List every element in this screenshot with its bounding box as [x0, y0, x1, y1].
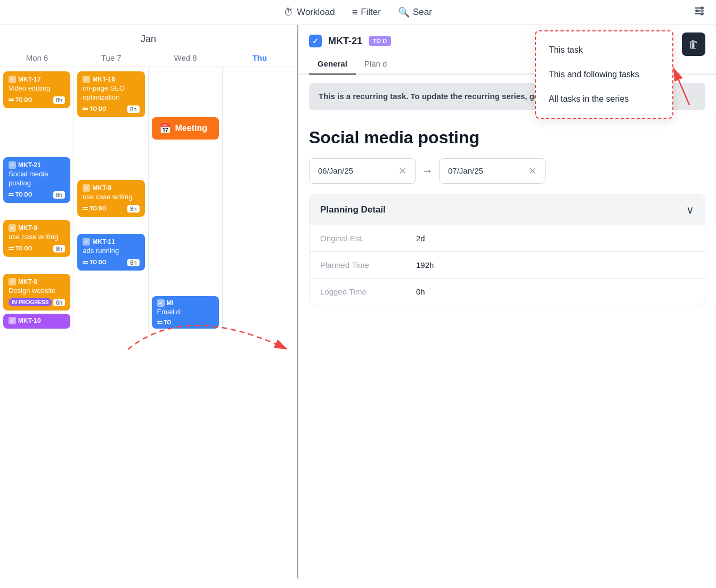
task-hours-mkt11: 8h [127, 259, 139, 266]
popup-item-following[interactable]: This and following tasks [536, 62, 672, 87]
trash-icon: 🗑 [688, 38, 699, 51]
task-check-mkt8 [9, 278, 16, 285]
toolbar: ⏱ Workload ≡ Filter 🔍 Sear [0, 0, 716, 25]
task-status: TO DO [9, 97, 32, 103]
start-date-input[interactable]: 06/Jan/25 ✕ [309, 158, 416, 184]
month-header: Jan [0, 25, 297, 49]
planning-label-logged-time: Logged Time [320, 287, 416, 296]
row-spacer-tue [77, 120, 144, 163]
end-date-value: 07/Jan/25 [448, 166, 483, 175]
task-hours-mkt9: 8h [53, 245, 65, 252]
planning-row-planned-time: Planned Time 192h [310, 251, 705, 278]
chevron-down-icon: ∨ [686, 203, 694, 216]
calendar-panel: Jan Mon 6 Tue 7 Wed 8 Thu MKT-17 Video e… [0, 25, 298, 578]
task-title-email: Email d [157, 308, 214, 317]
task-check-email [157, 299, 165, 307]
task-hours-mkt9-tue: 8h [127, 205, 139, 213]
col-tue: MKT-16 on-page SEO optimization TO DO 8h [74, 67, 148, 333]
clear-end-date[interactable]: ✕ [528, 165, 536, 177]
task-card-email[interactable]: MI Email d TO [152, 296, 219, 329]
main-layout: Jan Mon 6 Tue 7 Wed 8 Thu MKT-17 Video e… [0, 25, 716, 578]
task-footer-mkt11: TO DO 8h [83, 259, 139, 266]
search-button[interactable]: 🔍 Sear [398, 6, 432, 18]
workload-label: Workload [297, 7, 335, 18]
planning-label-planned-time: Planned Time [320, 260, 416, 270]
task-main-title: Social media posting [298, 119, 716, 158]
planning-row-logged-time: Logged Time 0h [310, 278, 705, 305]
planning-row-orig-est: Original Est. 2d [310, 225, 705, 251]
task-check-icon [9, 76, 16, 83]
planning-value-logged-time: 0h [416, 287, 425, 296]
settings-button[interactable] [694, 5, 705, 20]
search-icon: 🔍 [398, 6, 410, 18]
search-label: Sear [413, 7, 432, 18]
task-status-email: TO [157, 320, 172, 325]
col-mon: MKT-17 Video editting TO DO 8h [0, 67, 74, 333]
task-hours-mkt8: 6h [53, 299, 65, 306]
task-title-mkt11: ads running [83, 247, 139, 256]
task-card-mkt17[interactable]: MKT-17 Video editting TO DO 8h [3, 71, 70, 108]
task-card-mkt9-mon[interactable]: MKT-9 use case writing TO DO 8h [3, 220, 70, 257]
planning-detail: Planning Detail ∨ Original Est. 2d Plann… [309, 194, 705, 305]
task-footer-mkt8: IN PROGRESS 6h [9, 298, 65, 306]
task-card-mkt21[interactable]: MKT-21 Social media posting TO DO 8h [3, 157, 70, 203]
task-card-mkt8[interactable]: MKT-8 Design website IN PROGRESS 6h [3, 274, 70, 311]
popup-item-all[interactable]: All tasks in the series [536, 87, 672, 111]
tab-general[interactable]: General [309, 54, 356, 75]
task-card-mkt11[interactable]: MKT-11 ads running TO DO 8h [77, 234, 144, 271]
task-status-mkt9-tue: TO DO [83, 206, 106, 211]
filter-button[interactable]: ≡ Filter [352, 7, 381, 18]
lines-icon [83, 261, 88, 264]
calendar-icon: 📅 [159, 123, 171, 134]
delete-button[interactable]: 🗑 [682, 32, 705, 56]
task-check-mkt10 [9, 317, 16, 324]
task-hours-mkt21: 8h [53, 191, 65, 199]
svg-point-3 [701, 7, 703, 9]
col-thu [223, 67, 297, 333]
calendar-grid: MKT-17 Video editting TO DO 8h [0, 67, 297, 333]
planning-label-orig-est: Original Est. [320, 234, 416, 243]
clear-start-date[interactable]: ✕ [398, 165, 406, 177]
task-check-mkt16 [83, 76, 90, 83]
end-date-input[interactable]: 07/Jan/25 ✕ [439, 158, 546, 184]
planning-value-planned-time: 192h [416, 260, 434, 270]
task-card-mkt16[interactable]: MKT-16 on-page SEO optimization TO DO 8h [77, 71, 144, 117]
date-arrow-icon: → [422, 165, 433, 177]
task-check [83, 184, 90, 192]
task-hours: 8h [53, 96, 65, 104]
task-footer: TO DO 8h [9, 96, 65, 104]
task-card-mkt9-tue[interactable]: MKT-9 use case writing TO DO 8h [77, 180, 144, 217]
task-id-mkt9-tue: MKT-9 [83, 184, 139, 192]
day-wed: Wed 8 [149, 49, 223, 67]
meeting-event[interactable]: 📅 Meeting [152, 117, 219, 140]
row-spacer-1 [3, 111, 70, 154]
task-hours-mkt16: 8h [127, 105, 139, 113]
day-tue: Tue 7 [74, 49, 148, 67]
task-title-mkt16: on-page SEO optimization [83, 84, 139, 102]
popup-menu: This task This and following tasks All t… [535, 30, 673, 119]
task-footer-email: TO [157, 320, 214, 325]
day-headers: Mon 6 Tue 7 Wed 8 Thu [0, 49, 297, 67]
task-check [9, 224, 16, 232]
date-row: 06/Jan/25 ✕ → 07/Jan/25 ✕ [298, 158, 716, 194]
task-id-email: MI [157, 299, 214, 307]
task-checkbox[interactable] [309, 35, 322, 47]
col-wed: 📅 Meeting MI Email d [149, 67, 223, 333]
right-panel: This task This and following tasks All t… [298, 25, 716, 578]
day-mon: Mon 6 [0, 49, 74, 67]
filter-label: Filter [361, 7, 381, 18]
clock-icon: ⏱ [284, 7, 294, 18]
task-card-mkt10[interactable]: MKT-10 [3, 314, 70, 329]
lines-icon [83, 207, 88, 210]
task-check-mkt21 [9, 161, 16, 169]
workload-button[interactable]: ⏱ Workload [284, 7, 335, 18]
start-date-value: 06/Jan/25 [318, 166, 353, 175]
task-id-mkt9-mon: MKT-9 [9, 224, 65, 232]
lines-icon [9, 247, 14, 250]
lines-icon [9, 99, 14, 101]
tab-plan[interactable]: Plan d [356, 54, 396, 75]
svg-point-5 [701, 13, 703, 15]
planning-header[interactable]: Planning Detail ∨ [310, 195, 705, 225]
popup-item-this-task[interactable]: This task [536, 38, 672, 62]
task-status-mkt21: TO DO [9, 192, 32, 198]
